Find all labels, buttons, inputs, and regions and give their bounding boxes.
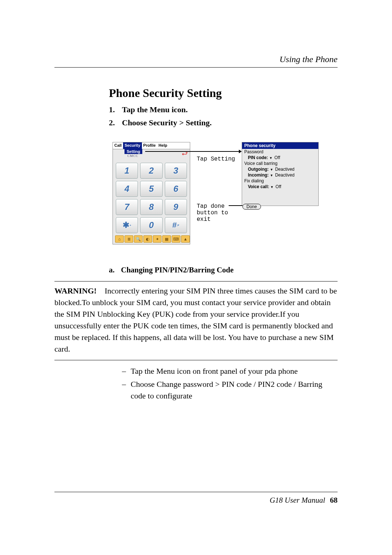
row-voice-call-barring: Voice call barring: [242, 161, 318, 166]
numbered-steps: 1. Tap the Menu icon. 2. Choose Security…: [109, 105, 338, 127]
bullet-text: Tap the Menu icon on front panel of your…: [131, 365, 338, 377]
up-icon[interactable]: ▲: [181, 235, 190, 243]
panel-title: Phone security: [242, 142, 318, 149]
step-2: 2. Choose Security > Setting.: [109, 118, 338, 127]
page-footer: G18 User Manual 68: [54, 492, 338, 505]
warning-block: WARNING! Incorrectly entering your SIM P…: [54, 281, 338, 360]
key-star[interactable]: ✱+: [116, 217, 138, 233]
list-item: – Choose Change password > PIN code / PI…: [122, 378, 338, 402]
key-6[interactable]: 6: [165, 181, 187, 197]
bullet-list: – Tap the Menu icon on front panel of yo…: [122, 365, 338, 402]
chevron-down-icon[interactable]: ▼: [270, 174, 273, 177]
list-icon[interactable]: ≣: [124, 235, 133, 243]
row-incoming[interactable]: Incoming: ▼ Deactived: [242, 172, 318, 178]
annotation-tap-done: Tap done button to exit: [197, 203, 237, 223]
home-icon[interactable]: ⌂: [115, 235, 124, 243]
key-8[interactable]: 8: [140, 199, 162, 215]
key-2[interactable]: 2: [140, 163, 162, 179]
sub-heading-label: a.: [109, 266, 119, 275]
annotation-tap-setting: Tap Setting: [197, 156, 235, 162]
step-text: Tap the Menu icon.: [122, 105, 338, 114]
key-hash[interactable]: #P: [165, 217, 187, 233]
done-button[interactable]: Done: [242, 204, 261, 210]
menu-profile[interactable]: Profile: [142, 142, 157, 149]
step-1: 1. Tap the Menu icon.: [109, 105, 338, 114]
row-pin-code[interactable]: PIN code: ▼ Off: [242, 155, 318, 161]
figure: Call Security Profile Help Setting CMCC …: [113, 142, 338, 247]
sub-heading-text: Changing PIN/PIN2/Barring Code: [121, 266, 233, 274]
keyboard-icon[interactable]: ⌨: [172, 235, 180, 243]
footer-page-number: 68: [330, 496, 338, 505]
device-iconbar: ⌂ ≣ 🔍 ◐ ✦ ▦ ⌨ ▲: [115, 235, 190, 243]
running-head: Using the Phone: [54, 54, 338, 68]
chevron-down-icon[interactable]: ▼: [270, 168, 273, 171]
device-menubar: Call Security Profile Help: [113, 142, 190, 149]
contrast-icon[interactable]: ◐: [143, 235, 152, 243]
arrow-line-icon: [229, 205, 242, 206]
arrow-line-icon: [145, 151, 240, 152]
step-text: Choose Security > Setting.: [122, 118, 338, 127]
submenu-setting[interactable]: Setting: [124, 149, 142, 154]
step-number: 1.: [109, 105, 122, 114]
key-1[interactable]: 1: [116, 163, 138, 179]
row-outgoing[interactable]: Outgoing: ▼ Deactived: [242, 166, 318, 172]
warning-text: Incorrectly entering your SIM PIN three …: [54, 286, 337, 353]
key-5[interactable]: 5: [140, 181, 162, 197]
dial-keypad: 1 2 3 4 5 6 7 8 9 ✱+ 0 #P: [116, 163, 187, 235]
chevron-down-icon[interactable]: ▼: [270, 185, 274, 189]
sub-heading-a: a. Changing PIN/PIN2/Barring Code: [109, 266, 338, 275]
dash-icon: –: [122, 378, 131, 402]
chevron-down-icon[interactable]: ▼: [269, 156, 273, 160]
warning-label: WARNING!: [54, 286, 97, 295]
menu-security[interactable]: Security: [123, 142, 142, 149]
carrier-label: CMCC: [127, 154, 138, 158]
key-9[interactable]: 9: [165, 199, 187, 215]
menu-call[interactable]: Call: [113, 142, 123, 149]
footer-manual-name: G18 User Manual: [270, 496, 325, 505]
search-icon[interactable]: 🔍: [134, 235, 143, 243]
list-item: – Tap the Menu icon on front panel of yo…: [122, 365, 338, 377]
step-number: 2.: [109, 118, 122, 127]
settings-icon[interactable]: ✦: [153, 235, 162, 243]
row-voice-call[interactable]: Voice call: ▼ Off: [242, 184, 318, 190]
phone-security-panel: Phone security Password PIN code: ▼ Off …: [242, 142, 319, 206]
key-7[interactable]: 7: [116, 199, 138, 215]
arrow-tip-icon: [239, 150, 242, 153]
key-4[interactable]: 4: [116, 181, 138, 197]
row-password[interactable]: Password: [242, 149, 318, 155]
key-0[interactable]: 0: [140, 217, 162, 233]
grid-icon[interactable]: ▦: [162, 235, 171, 243]
menu-help[interactable]: Help: [157, 142, 169, 149]
bullet-text: Choose Change password > PIN code / PIN2…: [131, 378, 338, 402]
key-3[interactable]: 3: [165, 163, 187, 179]
dash-icon: –: [122, 365, 131, 377]
row-fix-dialing: Fix dialing: [242, 178, 318, 184]
device-screenshot-left: Call Security Profile Help Setting CMCC …: [113, 142, 190, 244]
page-heading: Phone Security Setting: [109, 86, 338, 100]
